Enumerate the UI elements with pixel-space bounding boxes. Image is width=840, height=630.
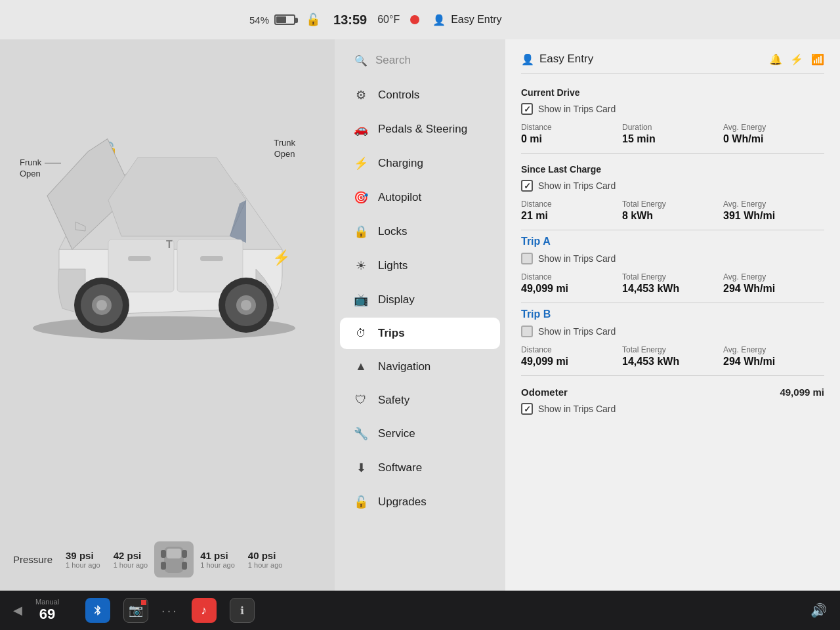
software-label: Software: [378, 461, 422, 474]
svg-point-8: [96, 300, 107, 310]
svg-rect-19: [182, 562, 187, 570]
status-bar: 54% 🔓 13:59 60°F 👤 Easy Entry: [0, 0, 840, 39]
current-drive-show-label: Show in Trips Card: [538, 104, 616, 114]
menu-item-locks[interactable]: 🔒 Locks: [340, 215, 500, 248]
stat-distance-trip-a: Distance 49,099 mi: [521, 272, 622, 295]
since-last-charge-show-label: Show in Trips Card: [538, 180, 616, 191]
stat-distance-trip-b: Distance 49,099 mi: [521, 345, 622, 368]
more-options-button[interactable]: ···: [161, 603, 178, 618]
divider-2: [521, 230, 824, 230]
temp-display: 60°F: [377, 14, 400, 26]
pressure-label: Pressure: [13, 554, 52, 565]
locks-label: Locks: [378, 225, 407, 238]
trip-b-section: Trip B Show in Trips Card Distance 49,09…: [521, 308, 824, 368]
profile-person-icon: 👤: [521, 53, 534, 66]
odometer-value: 49,099 mi: [780, 387, 824, 398]
stat-total-energy-trip-a: Total Energy 14,453 kWh: [622, 272, 723, 295]
odometer-row: Odometer 49,099 mi: [521, 387, 824, 398]
menu-item-display[interactable]: 📺 Display: [340, 284, 500, 316]
stat-avg-energy-trip-b: Avg. Energy 294 Wh/mi: [723, 345, 824, 368]
stat-avg-energy-trip-a: Avg. Energy 294 Wh/mi: [723, 272, 824, 295]
menu-item-navigation[interactable]: ▲ Navigation: [340, 350, 500, 383]
trip-b-checkbox[interactable]: [521, 326, 533, 337]
controls-icon: ⚙: [353, 88, 369, 102]
menu-item-pedals[interactable]: 🚗 Pedals & Steering: [340, 113, 500, 146]
charging-label: Charging: [378, 157, 423, 170]
menu-item-trips[interactable]: ⏱ Trips: [340, 318, 500, 349]
divider-1: [521, 153, 824, 154]
charging-icon: ⚡: [353, 156, 369, 171]
trip-b-link[interactable]: Trip B: [521, 308, 824, 320]
search-icon: 🔍: [353, 54, 369, 67]
profile-section[interactable]: 👤 Easy Entry: [432, 14, 501, 26]
profile-header: 👤 Easy Entry 🔔 ⚡ 📶: [521, 52, 824, 74]
menu-item-safety[interactable]: 🛡 Safety: [340, 384, 500, 416]
trip-b-stats: Distance 49,099 mi Total Energy 14,453 k…: [521, 345, 824, 368]
time-section: 13:59 60°F: [333, 12, 419, 28]
odometer-show-toggle[interactable]: Show in Trips Card: [521, 403, 824, 415]
trip-b-show-label: Show in Trips Card: [538, 326, 616, 337]
music-taskbar-button[interactable]: ♪: [192, 598, 217, 623]
odometer-label: Odometer: [521, 387, 568, 398]
menu-item-service[interactable]: 🔧 Service: [340, 417, 500, 450]
menu-item-upgrades[interactable]: 🔓 Upgrades: [340, 486, 500, 518]
since-last-charge-title: Since Last Charge: [521, 164, 824, 175]
tire-front-right: 41 psi 1 hour ago: [200, 550, 235, 569]
speed-display: Manual 69: [35, 598, 59, 623]
svg-text:⚡: ⚡: [272, 249, 291, 266]
menu-item-software[interactable]: ⬇ Software: [340, 452, 500, 484]
current-drive-stats: Distance 0 mi Duration 15 min Avg. Energ…: [521, 123, 824, 145]
since-last-charge-show-toggle[interactable]: Show in Trips Card: [521, 180, 824, 192]
trip-a-stats: Distance 49,099 mi Total Energy 14,453 k…: [521, 272, 824, 295]
lights-icon: ☀: [353, 259, 369, 273]
camera-taskbar-button[interactable]: 📷: [123, 598, 148, 623]
menu-item-controls[interactable]: ⚙ Controls: [340, 79, 500, 112]
navigation-label: Navigation: [378, 360, 430, 373]
battery-percent: 54%: [249, 14, 269, 26]
trips-icon: ⏱: [353, 327, 369, 339]
profile-name-area: 👤 Easy Entry: [521, 52, 593, 66]
upgrades-label: Upgrades: [378, 495, 427, 509]
svg-rect-16: [161, 550, 166, 558]
profile-name: Easy Entry: [539, 52, 593, 66]
menu-item-lights[interactable]: ☀ Lights: [340, 249, 500, 282]
trips-label: Trips: [378, 327, 405, 340]
volume-button[interactable]: 🔊: [810, 602, 827, 618]
safety-label: Safety: [378, 394, 410, 407]
notification-icon: 🔔: [769, 53, 782, 66]
trip-a-checkbox[interactable]: [521, 253, 533, 264]
svg-rect-17: [182, 550, 187, 558]
manual-value: 69: [39, 606, 55, 623]
bluetooth-taskbar-button[interactable]: [85, 598, 110, 623]
svg-rect-3: [128, 256, 151, 261]
odometer-section: Odometer 49,099 mi Show in Trips Card: [521, 387, 824, 415]
side-arrow-icon: ◀: [13, 603, 22, 618]
battery-icon: [274, 14, 295, 25]
tire-rear-right: 40 psi 1 hour ago: [248, 550, 283, 569]
odometer-checkbox[interactable]: [521, 403, 533, 415]
current-drive-show-toggle[interactable]: Show in Trips Card: [521, 103, 824, 115]
since-last-charge-checkbox[interactable]: [521, 180, 533, 192]
stat-total-energy-trip-b: Total Energy 14,453 kWh: [622, 345, 723, 368]
service-icon: 🔧: [353, 427, 369, 441]
autopilot-label: Autopilot: [378, 191, 421, 204]
info-taskbar-button[interactable]: ℹ: [230, 598, 255, 623]
trip-b-show-toggle[interactable]: Show in Trips Card: [521, 326, 824, 337]
trip-a-link[interactable]: Trip A: [521, 236, 824, 247]
time-display: 13:59: [333, 12, 367, 28]
lock-status-icon: 🔓: [306, 12, 320, 27]
menu-item-charging[interactable]: ⚡ Charging: [340, 147, 500, 180]
trip-a-show-toggle[interactable]: Show in Trips Card: [521, 253, 824, 264]
stat-distance-current: Distance 0 mi: [521, 123, 622, 145]
menu-item-autopilot[interactable]: 🎯 Autopilot: [340, 181, 500, 214]
bluetooth-header-icon: ⚡: [790, 53, 803, 66]
battery-section: 54% 🔓: [249, 12, 320, 27]
divider-3: [521, 303, 824, 303]
stat-total-energy-charge: Total Energy 8 kWh: [622, 200, 723, 222]
search-item[interactable]: 🔍 Search: [340, 45, 500, 76]
display-icon: 📺: [353, 293, 369, 307]
current-drive-checkbox[interactable]: [521, 103, 533, 115]
record-indicator: [410, 15, 419, 24]
trips-content-panel: 👤 Easy Entry 🔔 ⚡ 📶 Current Drive Show in…: [505, 39, 840, 591]
current-drive-section: Current Drive Show in Trips Card Distanc…: [521, 87, 824, 145]
